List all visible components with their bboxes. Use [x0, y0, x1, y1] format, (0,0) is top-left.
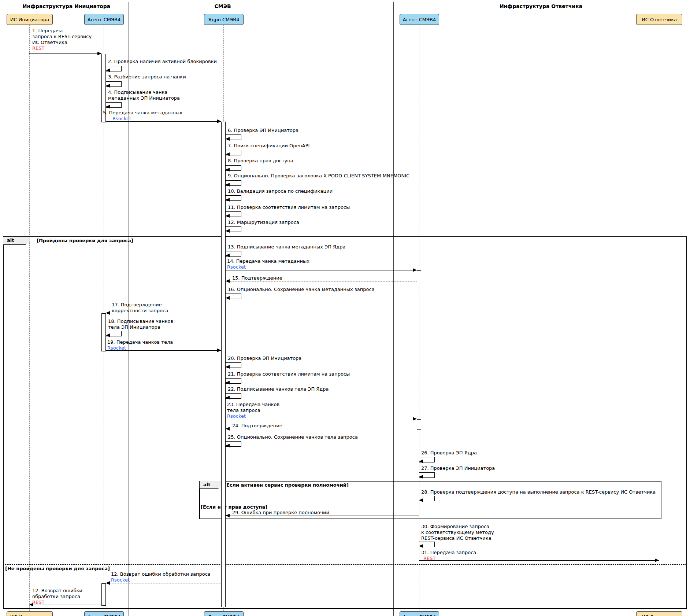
message-line: 17. Подтверждение — [112, 302, 168, 308]
message-label-30: 31. Передача запросаREST — [421, 550, 476, 561]
sequence-diagram: Инфраструктура ИнициатораСМЭВИнфраструкт… — [0, 0, 690, 616]
message-label-23: 24. Подтверждение — [232, 423, 282, 429]
arrowhead-25 — [419, 460, 423, 463]
arrowhead-21 — [226, 396, 230, 399]
activation-bar-5 — [417, 419, 421, 430]
participant-1: Агент СМЭВ4 — [84, 14, 124, 25]
message-line: 9. Опционально. Проверка заголовка X-POD… — [228, 173, 409, 179]
arrowhead-24 — [226, 444, 230, 447]
message-label-14: 15. Подтверждение — [232, 275, 282, 281]
message-line: ИС Ответчика — [32, 40, 92, 45]
message-label-29: 30. Формирование запросак соответствующе… — [421, 524, 494, 541]
arrowhead-9 — [226, 198, 230, 202]
message-line: 16. Опционально. Сохранение чанка метада… — [228, 287, 375, 292]
arrowhead-27 — [419, 498, 423, 502]
message-line: 18. Подписывание чанков — [108, 318, 173, 324]
message-label-32: 12. Возврат ошибкиобработки запросаREST — [32, 588, 82, 605]
arrowhead-19 — [226, 365, 230, 369]
message-label-21: 22. Подписывание чанков тела ЭП Ядра — [228, 386, 329, 392]
arrowhead-0 — [97, 52, 101, 55]
message-protocol-tag: Rsocket — [227, 413, 279, 419]
participant-bottom-3: Агент СМЭВ4 — [400, 611, 439, 616]
arrowhead-29 — [419, 544, 423, 548]
alt-guard-0: [Пройдены проверки для запроса] — [37, 238, 133, 243]
arrowhead-17 — [106, 333, 110, 337]
arrowhead-31 — [106, 581, 110, 585]
message-arrow-18 — [106, 350, 221, 351]
message-label-31: 12. Возврат ошибки обработки запросаRsoc… — [111, 571, 211, 583]
message-line: 7. Поиск спецификации OpenAPI — [228, 143, 309, 149]
alt-frame-label-0: alt — [3, 236, 30, 245]
alt-separator-0-0 — [3, 564, 686, 565]
message-label-11: 12. Маршрутизация запроса — [228, 220, 299, 225]
message-line: 1. Передача — [32, 28, 92, 34]
message-line: 22. Подписывание чанков тела ЭП Ядра — [228, 386, 329, 392]
message-protocol-tag: Rsocket — [112, 116, 182, 122]
message-label-5: 6. Проверка ЭП Инициатора — [228, 128, 298, 133]
arrowhead-22 — [413, 417, 417, 421]
message-arrow-22 — [226, 419, 417, 419]
message-line: 19. Передача чанков тела — [107, 339, 173, 345]
message-label-17: 18. Подписывание чанковтела ЭП Инициатор… — [108, 318, 173, 330]
message-line: обработки запроса — [32, 594, 82, 600]
alt-separator-guard-0-0: [Не пройдены проверки для запроса] — [5, 566, 110, 571]
frame-title-2: Инфраструктура Ответчика — [393, 3, 689, 9]
arrowhead-20 — [226, 381, 230, 384]
arrowhead-8 — [226, 183, 230, 187]
message-line: 10. Валидация запроса по спецификации — [228, 188, 333, 194]
activation-bar-3 — [221, 122, 226, 607]
arrowhead-6 — [226, 152, 230, 156]
arrowhead-18 — [217, 348, 221, 352]
arrowhead-1 — [106, 69, 110, 72]
message-line: 15. Подтверждение — [232, 275, 282, 281]
message-line: 27. Проверка ЭП Инициатора — [421, 465, 495, 471]
arrowhead-7 — [226, 168, 230, 171]
participant-bottom-1: Агент СМЭВ4 — [84, 611, 124, 616]
arrowhead-12 — [226, 254, 230, 257]
message-line: к соответствующему методу — [421, 530, 494, 535]
participant-bottom-2: Ядро СМЭВ4 — [204, 611, 244, 616]
message-label-8: 9. Опционально. Проверка заголовка X-POD… — [228, 173, 409, 179]
message-line: 5. Передача чанка метаданных — [103, 110, 182, 116]
message-protocol-tag: Rsocket — [111, 577, 211, 583]
alt-guard-1: [Если активен сервис проверки полномочий… — [224, 482, 349, 488]
message-label-4: 5. Передача чанка метаданныхRsocket — [103, 110, 182, 122]
message-label-13: 14. Передача чанка метаданныхRsocket — [227, 258, 309, 270]
message-line: тела ЭП Инициатора — [108, 324, 173, 330]
message-line: метаданных ЭП Инициатора — [108, 95, 180, 101]
message-label-12: 13. Подписывание чанка метаданных ЭП Ядр… — [228, 244, 345, 250]
participant-bottom-0: ИС Инициатора — [7, 611, 53, 616]
participant-3: Агент СМЭВ4 — [400, 14, 439, 25]
message-arrow-4 — [106, 121, 221, 122]
message-label-6: 7. Поиск спецификации OpenAPI — [228, 143, 309, 149]
message-protocol-tag: Rsocket — [227, 264, 309, 270]
message-arrow-28 — [226, 516, 419, 516]
message-line: 28. Проверка подтверждения доступа на вы… — [421, 489, 656, 495]
message-protocol-tag: REST — [32, 45, 92, 51]
arrowhead-13 — [413, 268, 417, 272]
message-line: 12. Маршрутизация запроса — [228, 220, 299, 225]
activation-bar-4 — [417, 270, 421, 282]
message-line: 30. Формирование запроса — [421, 524, 494, 530]
message-arrow-16 — [106, 313, 221, 313]
arrowhead-32 — [29, 603, 33, 606]
message-line: 11. Проверка соответствия лимитам на зап… — [228, 204, 350, 210]
arrowhead-26 — [419, 475, 423, 479]
message-label-0: 1. Передачазапроса к REST-сервисуИС Отве… — [32, 28, 92, 51]
message-arrow-23 — [226, 429, 417, 429]
message-label-28: 29. Ошибка при проверке полномочий — [232, 510, 329, 516]
message-line: 20. Проверка ЭП Инициатора — [228, 355, 301, 361]
alt-frame-label-1: alt — [199, 481, 222, 489]
message-line: 3. Разбиение запроса на чанки — [108, 74, 186, 80]
message-line: 26. Проверка ЭП Ядра — [421, 450, 477, 456]
activation-bar-1 — [101, 313, 106, 351]
message-label-22: 23. Передача чанковтела запросаRsocket — [227, 402, 279, 419]
arrowhead-2 — [106, 84, 110, 88]
message-line: 12. Возврат ошибки — [32, 588, 82, 594]
message-line: REST-сервиса ИС Ответчика — [421, 535, 494, 541]
message-label-24: 25. Опционально. Сохранение чанков тела … — [228, 434, 358, 440]
participant-4: ИС Ответчика — [636, 14, 682, 25]
arrowhead-5 — [226, 137, 230, 141]
message-line: 12. Возврат ошибки обработки запроса — [111, 571, 211, 577]
message-line: запроса к REST-сервису — [32, 34, 92, 40]
